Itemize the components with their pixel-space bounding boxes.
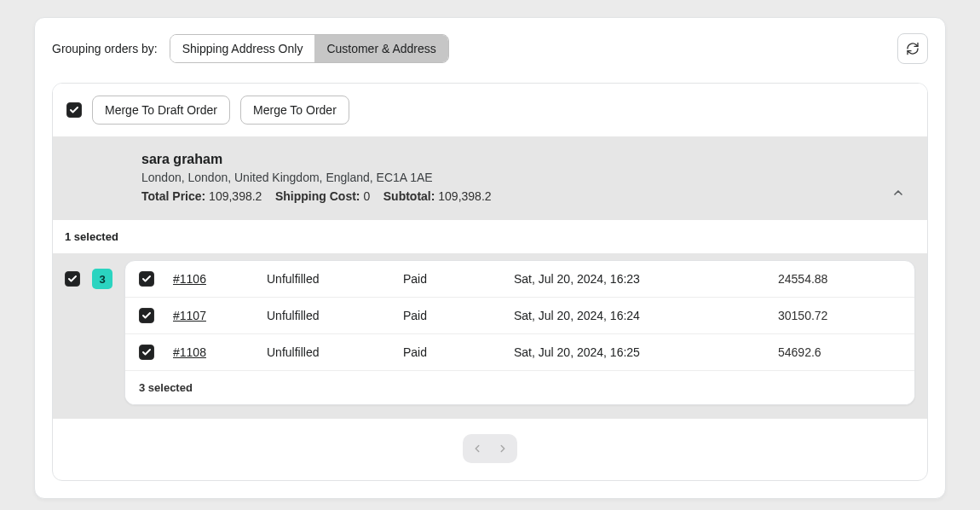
order-row: #1107 Unfulfilled Paid Sat, Jul 20, 2024…: [125, 298, 914, 334]
seg-option-shipping[interactable]: Shipping Address Only: [170, 35, 315, 62]
header-row: Grouping orders by: Shipping Address Onl…: [35, 18, 945, 83]
order-amount: 24554.88: [778, 272, 901, 286]
order-row: #1106 Unfulfilled Paid Sat, Jul 20, 2024…: [125, 261, 914, 298]
prev-page-button[interactable]: [464, 436, 490, 461]
checkmark-icon: [141, 347, 152, 357]
customer-name: sara graham: [141, 152, 492, 167]
inner-panel: Merge To Draft Order Merge To Order sara…: [52, 83, 928, 481]
pagination: [53, 419, 927, 480]
inner-selected-count: 3 selected: [125, 371, 914, 404]
refresh-icon: [906, 42, 919, 55]
checkmark-icon: [69, 105, 79, 115]
order-date: Sat, Jul 20, 2024, 16:23: [514, 272, 778, 286]
group-checkbox[interactable]: [65, 271, 80, 287]
group-header-content: sara graham London, London, United Kingd…: [70, 152, 492, 203]
order-amount: 54692.6: [778, 345, 901, 359]
segmented-control: Shipping Address Only Customer & Address: [170, 34, 449, 63]
order-id-link[interactable]: #1106: [173, 272, 267, 286]
shipping-cost-value: 0: [363, 189, 370, 203]
group-totals: Total Price: 109,398.2 Shipping Cost: 0 …: [141, 189, 492, 203]
order-fulfillment: Unfulfilled: [267, 345, 403, 359]
order-checkbox[interactable]: [139, 271, 154, 287]
order-payment: Paid: [403, 272, 514, 286]
chevron-left-icon: [471, 443, 483, 455]
orders-card: #1106 Unfulfilled Paid Sat, Jul 20, 2024…: [124, 260, 915, 405]
checkmark-icon: [67, 274, 78, 284]
chevron-up-icon: [891, 186, 905, 200]
group-header: sara graham London, London, United Kingd…: [53, 136, 927, 220]
merge-to-order-button[interactable]: Merge To Order: [240, 96, 349, 125]
group-row: 3 #1106 Unfulfilled Paid Sat, Jul 20, 20…: [53, 253, 927, 405]
order-checkbox[interactable]: [139, 308, 154, 323]
select-all-checkbox[interactable]: [66, 102, 82, 118]
order-id-link[interactable]: #1107: [173, 309, 267, 322]
order-id-link[interactable]: #1108: [173, 345, 267, 359]
collapse-button[interactable]: [886, 181, 910, 205]
order-date: Sat, Jul 20, 2024, 16:25: [514, 345, 778, 359]
data-zone: 3 #1106 Unfulfilled Paid Sat, Jul 20, 20…: [53, 253, 927, 419]
customer-address: London, London, United Kingdom, England,…: [141, 171, 492, 184]
subtotal-label: Subtotal:: [383, 189, 435, 203]
checkmark-icon: [141, 310, 152, 321]
order-checkbox[interactable]: [139, 345, 154, 360]
order-fulfillment: Unfulfilled: [267, 272, 403, 286]
action-bar: Merge To Draft Order Merge To Order: [53, 84, 927, 136]
main-card: Grouping orders by: Shipping Address Onl…: [34, 17, 946, 499]
checkmark-icon: [141, 274, 152, 284]
merge-to-draft-button[interactable]: Merge To Draft Order: [92, 96, 230, 125]
seg-option-customer-address[interactable]: Customer & Address: [314, 35, 447, 62]
order-row: #1108 Unfulfilled Paid Sat, Jul 20, 2024…: [125, 334, 914, 371]
order-fulfillment: Unfulfilled: [267, 309, 403, 322]
shipping-cost-label: Shipping Cost:: [275, 189, 360, 203]
outer-selected-count: 1 selected: [53, 220, 927, 253]
grouping-label: Grouping orders by:: [52, 42, 158, 55]
order-count-badge: 3: [92, 269, 112, 289]
grouping-controls: Grouping orders by: Shipping Address Onl…: [52, 34, 449, 63]
order-amount: 30150.72: [778, 309, 901, 322]
next-page-button[interactable]: [490, 436, 516, 461]
order-payment: Paid: [403, 345, 514, 359]
order-payment: Paid: [403, 309, 514, 322]
group-row-controls: 3: [65, 260, 112, 289]
total-price-label: Total Price:: [141, 189, 205, 203]
chevron-right-icon: [497, 443, 509, 455]
order-date: Sat, Jul 20, 2024, 16:24: [514, 309, 778, 322]
subtotal-value: 109,398.2: [438, 189, 491, 203]
total-price-value: 109,398.2: [209, 189, 262, 203]
refresh-button[interactable]: [897, 33, 928, 64]
pagination-wrap: [463, 434, 517, 463]
